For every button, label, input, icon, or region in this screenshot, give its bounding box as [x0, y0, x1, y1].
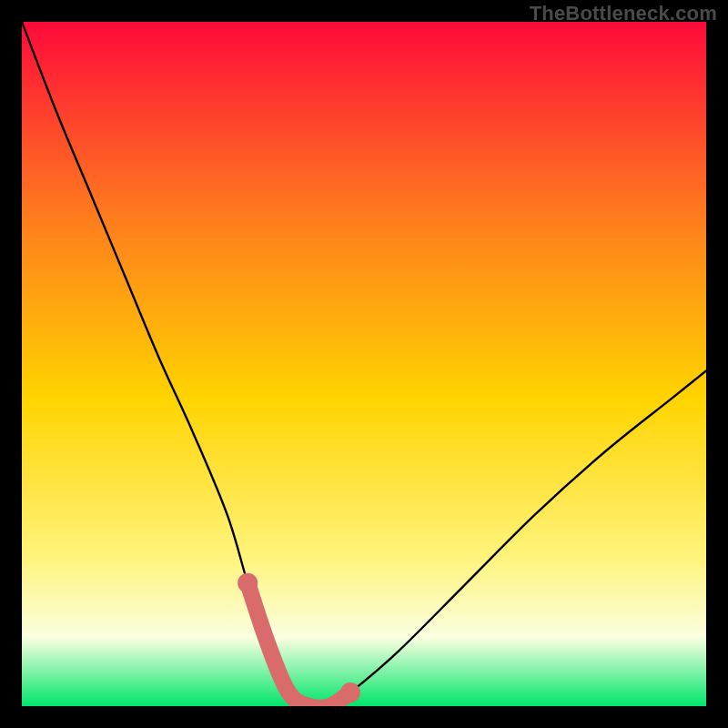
bottleneck-chart: [22, 22, 706, 706]
chart-frame: TheBottleneck.com: [0, 0, 728, 728]
gradient-background: [22, 22, 706, 706]
valley-endpoint-dot: [238, 573, 258, 593]
valley-endpoint-dot: [340, 682, 360, 703]
plot-area: [22, 22, 706, 706]
